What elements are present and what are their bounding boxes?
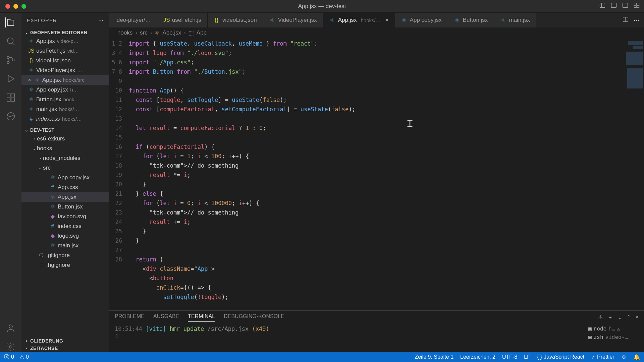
file-item[interactable]: ⚛main.jsx [21, 241, 109, 250]
open-editor-item[interactable]: ⚛VideoPlayer.jsx… [21, 65, 109, 75]
open-editor-item[interactable]: ⚛main.jsxhooks/… [21, 104, 109, 114]
sidebar-more-icon[interactable]: ⋯ [98, 17, 104, 23]
tab-label: App.jsx [338, 17, 357, 23]
terminal-list-item[interactable]: ▣node h… ⚠ [588, 325, 639, 332]
file-hint: video-p… [57, 38, 78, 44]
open-editor-item[interactable]: ×⚛App.jsxhooks/src [21, 75, 109, 85]
source-control-activity-icon[interactable] [6, 55, 16, 65]
accounts-activity-icon[interactable] [6, 323, 16, 333]
code-content[interactable]: import { useState, useCallback, useMemo … [129, 38, 644, 310]
open-editor-item[interactable]: JSuseFetch.jsvid… [21, 46, 109, 56]
tab-label: main.jsx [509, 17, 530, 23]
minimize-window-button[interactable] [13, 4, 18, 9]
file-item[interactable]: ⚛Button.jsx [21, 202, 109, 212]
line-gutter: 1 2 3 4 5 6 7 8 9 10 11 12 13 14 15 16 1… [109, 38, 129, 310]
status-encoding[interactable]: UTF-8 [502, 354, 517, 360]
minimap[interactable] [621, 38, 644, 310]
customize-layout-icon[interactable] [633, 2, 640, 10]
timeline-header[interactable]: › ZEITACHSE [21, 345, 109, 352]
css-file-icon: # [49, 223, 56, 229]
open-editor-item[interactable]: ⚛Button.jsxhook… [21, 95, 109, 104]
more-actions-icon[interactable]: ⋯ [634, 17, 639, 24]
warning-icon[interactable]: ⚠ [598, 314, 603, 321]
file-item[interactable]: ◆favicon.svg [21, 212, 109, 221]
close-panel-icon[interactable]: × [636, 314, 639, 321]
open-editor-item[interactable]: {}videoList.json… [21, 56, 109, 65]
svg-line-11 [12, 43, 14, 45]
file-item[interactable]: #index.css [21, 221, 109, 231]
status-feedback-icon[interactable]: ☺ [621, 354, 627, 360]
toggle-primary-sidebar-icon[interactable] [599, 2, 606, 10]
svg-file-icon: ◆ [49, 233, 56, 239]
open-editor-item[interactable]: ⚛App.jsxvideo-p… [21, 36, 109, 46]
panel-tab-terminal[interactable]: TERMINAL [188, 313, 215, 322]
folder-item[interactable]: ⌄hooks [21, 143, 109, 153]
status-warnings[interactable]: ⚠0 [19, 354, 29, 360]
editor-tab[interactable]: ideo-player/… [109, 13, 157, 27]
status-bell-icon[interactable]: 🔔 [633, 354, 640, 360]
new-terminal-icon[interactable]: ＋ [607, 314, 613, 321]
project-header[interactable]: ⌄ DEV-TEST [21, 126, 109, 134]
folder-label: hooks [37, 145, 52, 152]
status-prettier[interactable]: ✓Prettier [591, 354, 614, 360]
svg-point-10 [7, 38, 13, 44]
panel-tab-debug[interactable]: DEBUGGING-KONSOLE [224, 313, 284, 322]
status-indentation[interactable]: Leerzeichen: 2 [460, 354, 495, 360]
file-label: App.css [58, 184, 78, 191]
status-cursor-position[interactable]: Zeile 9, Spalte 1 [415, 354, 453, 360]
editor-tab[interactable]: ⚛VideoPlayer.jsx [263, 13, 323, 27]
close-icon[interactable]: × [385, 17, 389, 23]
close-icon[interactable]: × [26, 77, 33, 83]
warning-count: 0 [26, 354, 29, 360]
editor-tab[interactable]: ⚛main.jsx [494, 13, 536, 27]
window-title: App.jsx — dev-test [298, 3, 346, 10]
split-editor-icon[interactable] [622, 16, 629, 24]
folder-item[interactable]: ⌄src [21, 163, 109, 173]
folder-item[interactable]: ›es6-exkurs [21, 134, 109, 143]
outline-header[interactable]: › GLIEDERUNG [21, 337, 109, 345]
panel-tab-problems[interactable]: PROBLEME [115, 313, 145, 322]
search-activity-icon[interactable] [6, 36, 16, 46]
editor-tab[interactable]: ⚛Button.jsx [448, 13, 494, 27]
file-item[interactable]: ⚛App.jsx [21, 192, 109, 202]
edge-activity-icon[interactable] [6, 111, 16, 121]
file-name: App copy.jsx [36, 86, 68, 93]
terminal-dropdown-icon[interactable]: ⌄ [618, 314, 622, 321]
editor-tab[interactable]: {}videoList.json [208, 13, 263, 27]
toggle-panel-icon[interactable] [610, 2, 617, 10]
run-debug-activity-icon[interactable] [6, 74, 16, 84]
activity-bar [0, 13, 21, 352]
close-window-button[interactable] [5, 4, 10, 9]
terminal-body[interactable]: 10:51:44 [vite] hmr update /src/App.jsx … [109, 324, 644, 352]
status-errors[interactable]: ⓧ0 [4, 354, 14, 361]
svg-point-13 [7, 61, 9, 63]
file-item[interactable]: ⚛App copy.jsx [21, 173, 109, 182]
editor-tab[interactable]: ⚛App.jsxhooks/…× [323, 13, 395, 27]
editor-tab[interactable]: ⚛App copy.jsx [395, 13, 448, 27]
explorer-activity-icon[interactable] [5, 17, 15, 27]
status-eol[interactable]: LF [524, 354, 530, 360]
status-language[interactable]: { }JavaScript React [537, 354, 584, 360]
open-editors-header[interactable]: ⌄ GEÖFFNETE EDITOREN [21, 29, 109, 36]
timeline-title: ZEITACHSE [30, 346, 58, 351]
terminal-shell: zsh [594, 334, 603, 340]
file-item[interactable]: #App.css [21, 182, 109, 192]
code-editor[interactable]: 1 2 3 4 5 6 7 8 9 10 11 12 13 14 15 16 1… [109, 38, 644, 310]
open-editor-item[interactable]: #index.csshooks/… [21, 114, 109, 124]
gitignore-file-icon: ⎔ [38, 252, 45, 258]
maximize-panel-icon[interactable]: ⌃ [627, 314, 631, 321]
file-item[interactable]: ⎔.gitignore [21, 250, 109, 260]
panel-tab-output[interactable]: AUSGABE [153, 313, 179, 322]
file-item[interactable]: ≡.hgignore [21, 260, 109, 270]
breadcrumb[interactable]: hooks › src › ⚛ App.jsx › ⬚ App [109, 27, 644, 38]
editor-tab[interactable]: JSuseFetch.js [157, 13, 208, 27]
maximize-window-button[interactable] [21, 4, 26, 9]
extensions-activity-icon[interactable] [6, 93, 16, 103]
svg-point-21 [9, 325, 12, 328]
terminal-list-item[interactable]: ▣zsh video-… [588, 334, 639, 340]
settings-activity-icon[interactable] [6, 342, 16, 352]
folder-item[interactable]: ›node_modules [21, 153, 109, 163]
file-item[interactable]: ◆logo.svg [21, 231, 109, 241]
toggle-secondary-sidebar-icon[interactable] [622, 2, 629, 10]
open-editor-item[interactable]: ⚛App copy.jsxh… [21, 85, 109, 95]
